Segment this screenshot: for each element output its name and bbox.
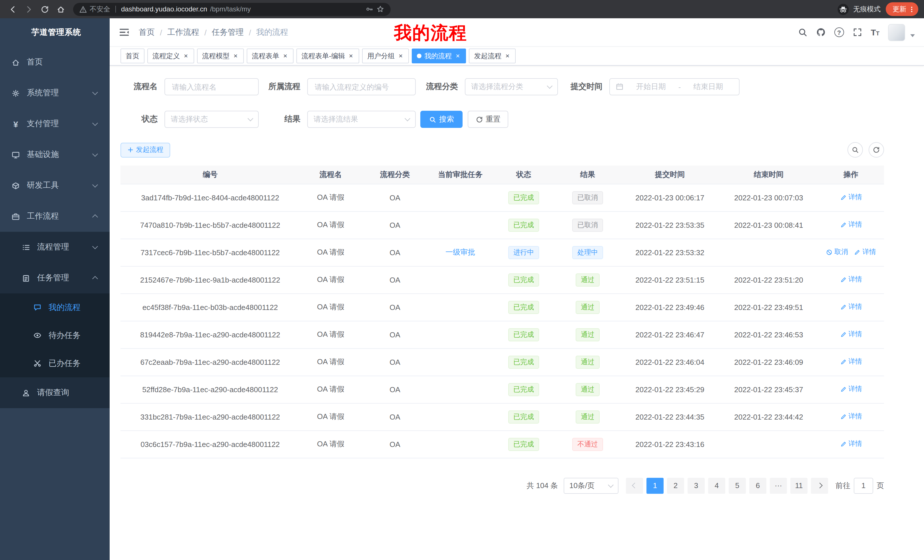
tab-start-process[interactable]: 发起流程× (469, 48, 516, 63)
tab-process-definition[interactable]: 流程定义× (147, 48, 194, 63)
cell-submit-time: 2022-01-22 23:46:47 (620, 321, 720, 348)
clipboard-icon (22, 274, 30, 282)
address-bar[interactable]: 不安全 dashboard.yudao.iocoder.cn/bpm/task/… (73, 3, 391, 16)
sidebar-item-devtools[interactable]: 研发工具 (0, 170, 110, 201)
close-icon[interactable]: × (348, 52, 354, 60)
update-button[interactable]: 更新 (886, 2, 918, 16)
sidebar-item-system[interactable]: 系统管理 (0, 78, 110, 108)
page-button-5[interactable]: 5 (729, 478, 746, 494)
tab-my-process[interactable]: 我的流程× (412, 48, 466, 63)
hamburger-icon[interactable] (119, 27, 130, 38)
detail-link[interactable]: 详情 (840, 302, 862, 312)
browser-forward-icon[interactable] (22, 2, 35, 16)
detail-link[interactable]: 详情 (840, 357, 862, 367)
search-icon[interactable] (798, 27, 807, 37)
process-def-input[interactable] (307, 78, 416, 95)
page-button-4[interactable]: 4 (708, 478, 725, 494)
sidebar-item-process-management[interactable]: 流程管理 (0, 232, 110, 263)
toggle-search-button[interactable] (848, 142, 863, 157)
github-icon[interactable] (816, 27, 825, 37)
menu-dots-icon[interactable] (908, 5, 915, 13)
refresh-button[interactable] (868, 142, 884, 157)
cell-end-time (720, 430, 818, 458)
current-task-link[interactable]: 一级审批 (446, 248, 475, 256)
cell-category: OA (362, 266, 428, 293)
category-select[interactable]: 请选择流程分类 (465, 78, 558, 95)
sidebar-item-payment[interactable]: ¥支付管理 (0, 108, 110, 139)
caret-down-icon[interactable] (910, 34, 915, 37)
result-select[interactable]: 请选择流结果 (307, 111, 416, 128)
sidebar-item-infrastructure[interactable]: 基础设施 (0, 139, 110, 170)
reset-button[interactable]: 重置 (468, 111, 508, 128)
detail-link[interactable]: 详情 (840, 329, 862, 339)
sidebar-item-workflow[interactable]: 工作流程 (0, 201, 110, 232)
cell-submit-time: 2022-01-23 00:06:17 (620, 184, 720, 211)
next-page-button[interactable] (811, 478, 828, 494)
close-icon[interactable]: × (504, 52, 510, 60)
detail-link[interactable]: 详情 (840, 412, 862, 422)
tab-user-group[interactable]: 用户分组× (362, 48, 409, 63)
sidebar-item-done-task[interactable]: 已办任务 (0, 349, 110, 377)
close-icon[interactable]: × (183, 52, 189, 60)
detail-link[interactable]: 详情 (840, 385, 862, 394)
detail-link[interactable]: 详情 (840, 439, 862, 449)
submit-time-label: 提交时间 (567, 82, 609, 92)
close-icon[interactable]: × (232, 52, 239, 60)
sidebar-item-home[interactable]: 首页 (0, 47, 110, 78)
page-button-2[interactable]: 2 (667, 478, 684, 494)
page-button-1[interactable]: 1 (646, 478, 664, 494)
sidebar-item-my-process[interactable]: 我的流程 (0, 293, 110, 321)
process-table: 编号流程名流程分类当前审批任务状态结果提交时间结束时间操作3ad174fb-7b… (120, 166, 884, 458)
browser-home-icon[interactable] (54, 2, 68, 16)
sidebar-item-leave-query[interactable]: 请假查询 (0, 377, 110, 408)
close-icon[interactable]: × (282, 52, 288, 60)
page-button-6[interactable]: 6 (749, 478, 766, 494)
browser-reload-icon[interactable] (38, 2, 51, 16)
key-icon[interactable] (366, 5, 374, 13)
close-icon[interactable]: × (398, 52, 404, 60)
cell-name: OA 请假 (300, 239, 362, 266)
cell-current-task (428, 348, 492, 376)
submit-time-range[interactable]: 开始日期 - 结束日期 (609, 78, 740, 95)
sidebar-item-task-management[interactable]: 任务管理 (0, 263, 110, 293)
scissors-icon (33, 359, 42, 368)
cell-category: OA (362, 321, 428, 348)
page-button-11[interactable]: 11 (790, 478, 807, 494)
breadcrumb-item[interactable]: 工作流程 (167, 27, 199, 37)
detail-link[interactable]: 详情 (840, 275, 862, 284)
cancel-link[interactable]: 取消 (826, 247, 848, 257)
sidebar-item-todo-task[interactable]: 待办任务 (0, 321, 110, 349)
help-icon[interactable]: ? (834, 27, 844, 37)
breadcrumb-item[interactable]: 首页 (139, 27, 155, 37)
process-name-input[interactable] (165, 78, 259, 95)
page-size-select[interactable]: 10条/页 (564, 478, 618, 494)
detail-link[interactable]: 详情 (840, 220, 862, 230)
detail-link[interactable]: 详情 (840, 193, 862, 202)
detail-link[interactable]: 详情 (854, 247, 876, 257)
search-button[interactable]: 搜索 (420, 111, 463, 128)
cell-current-task (428, 293, 492, 321)
cell-submit-time: 2022-01-22 23:43:16 (620, 430, 720, 458)
tab-home[interactable]: 首页 (120, 48, 144, 63)
page-button-3[interactable]: 3 (688, 478, 705, 494)
fullscreen-icon[interactable] (852, 27, 862, 37)
tab-process-form[interactable]: 流程表单× (247, 48, 294, 63)
avatar[interactable] (888, 24, 905, 41)
cell-submit-time: 2022-01-22 23:45:29 (620, 376, 720, 403)
status-select[interactable]: 请选择状态 (165, 111, 259, 128)
sidebar-item-devtools-label: 研发工具 (27, 180, 59, 191)
close-icon[interactable]: × (454, 52, 461, 60)
goto-page-input[interactable] (854, 478, 873, 494)
breadcrumb-item[interactable]: 任务管理 (212, 27, 244, 37)
page-ellipsis[interactable]: ··· (770, 478, 787, 494)
cell-status: 已完成 (492, 184, 555, 211)
tab-process-model[interactable]: 流程模型× (197, 48, 244, 63)
prev-page-button[interactable] (626, 478, 643, 494)
star-icon[interactable] (376, 5, 384, 13)
font-size-icon[interactable]: TT (871, 28, 879, 36)
security-label[interactable]: 不安全 (90, 4, 110, 14)
status-tag: 已完成 (508, 383, 539, 396)
browser-back-icon[interactable] (6, 2, 20, 16)
start-process-button[interactable]: 发起流程 (120, 142, 170, 157)
tab-process-form-edit[interactable]: 流程表单-编辑× (296, 48, 359, 63)
